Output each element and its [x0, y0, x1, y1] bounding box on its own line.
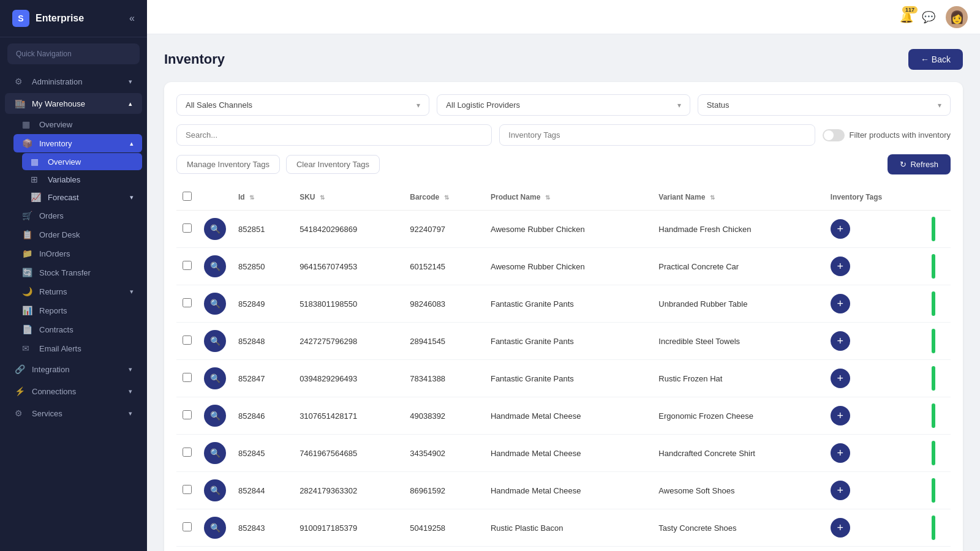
- sidebar-item-administration[interactable]: ⚙ Administration ▾: [5, 71, 142, 92]
- sidebar-item-my-warehouse[interactable]: 🏬 My Warehouse ▴: [5, 93, 142, 114]
- status-select[interactable]: Status ▾: [698, 94, 951, 116]
- sidebar-item-label: Email Alerts: [39, 344, 81, 353]
- cell-status-bar: [925, 285, 951, 323]
- add-tag-button[interactable]: +: [831, 518, 850, 538]
- add-tag-button[interactable]: +: [831, 294, 850, 313]
- sidebar-item-label: Services: [32, 409, 62, 418]
- add-tag-button[interactable]: +: [831, 443, 850, 463]
- sidebar-item-inventory-overview[interactable]: ▦ Overview: [22, 153, 142, 170]
- sidebar-item-services[interactable]: ⚙ Services ▾: [5, 403, 142, 424]
- sort-icon[interactable]: ⇅: [545, 194, 550, 201]
- filter-toggle-switch[interactable]: [823, 129, 845, 141]
- chevron-down-icon: ▾: [677, 101, 681, 110]
- sales-channel-select[interactable]: All Sales Channels ▾: [176, 94, 429, 116]
- row-search-button[interactable]: 🔍: [204, 367, 226, 389]
- inventory-icon: 📦: [22, 138, 33, 148]
- cell-barcode: 92240797: [404, 211, 484, 248]
- refresh-button[interactable]: ↻ Refresh: [888, 154, 951, 174]
- sales-channel-label: All Sales Channels: [186, 100, 252, 110]
- logistic-provider-label: All Logistic Providers: [446, 100, 520, 110]
- row-search-button[interactable]: 🔍: [204, 255, 226, 277]
- row-checkbox[interactable]: [183, 373, 192, 382]
- cell-status-bar: [925, 435, 951, 472]
- sidebar-item-inventory[interactable]: 📦 Inventory ▴: [13, 134, 142, 152]
- sort-icon[interactable]: ⇅: [710, 194, 715, 201]
- page-title: Inventory: [164, 51, 225, 67]
- sidebar-item-label: Overview: [48, 157, 81, 167]
- sidebar-item-orders[interactable]: 🛒 Orders: [13, 206, 142, 225]
- manage-inventory-tags-button[interactable]: Manage Inventory Tags: [176, 155, 280, 174]
- sidebar-item-label: My Warehouse: [32, 99, 85, 108]
- cell-inventory-tags: +: [824, 323, 925, 360]
- row-checkbox[interactable]: [183, 485, 192, 494]
- sidebar-item-overview[interactable]: ▦ Overview: [13, 115, 142, 133]
- status-bar: [932, 254, 935, 279]
- add-tag-button[interactable]: +: [831, 257, 850, 276]
- row-search-button[interactable]: 🔍: [204, 218, 226, 240]
- row-search-button[interactable]: 🔍: [204, 330, 226, 352]
- user-avatar[interactable]: 👩: [946, 6, 968, 28]
- status-bar: [932, 366, 935, 391]
- sort-icon[interactable]: ⇅: [249, 194, 254, 201]
- sidebar-item-integration[interactable]: 🔗 Integration ▾: [5, 359, 142, 380]
- sidebar-item-label: Forecast: [48, 193, 79, 202]
- sidebar-item-connections[interactable]: ⚡ Connections ▾: [5, 381, 142, 402]
- sort-icon[interactable]: ⇅: [320, 194, 325, 201]
- inventory-tags-input[interactable]: [499, 124, 815, 146]
- table-row: 🔍 852848 2427275796298 28941545 Fantasti…: [176, 323, 951, 360]
- clear-inventory-tags-button[interactable]: Clear Inventory Tags: [286, 155, 380, 174]
- add-tag-button[interactable]: +: [831, 331, 850, 351]
- logistic-provider-select[interactable]: All Logistic Providers ▾: [437, 94, 690, 116]
- row-checkbox[interactable]: [183, 522, 192, 531]
- add-tag-button[interactable]: +: [831, 369, 850, 388]
- inorders-icon: 📁: [22, 249, 33, 258]
- sidebar-item-stock-transfer[interactable]: 🔄 Stock Transfer: [13, 263, 142, 282]
- sort-icon[interactable]: ⇅: [444, 194, 449, 201]
- add-tag-button[interactable]: +: [831, 481, 850, 500]
- row-search-button[interactable]: 🔍: [204, 405, 226, 427]
- row-checkbox[interactable]: [183, 448, 192, 457]
- sidebar-item-reports[interactable]: 📊 Reports: [13, 301, 142, 320]
- table-row: 🔍 852851 5418420296869 92240797 Awesome …: [176, 211, 951, 248]
- status-label: Status: [707, 100, 729, 110]
- sidebar-item-returns[interactable]: 🌙 Returns ▾: [13, 282, 142, 301]
- grid-icon: ▦: [22, 119, 33, 129]
- row-search-button[interactable]: 🔍: [204, 517, 226, 539]
- row-checkbox[interactable]: [183, 410, 192, 419]
- cell-inventory-tags: +: [824, 360, 925, 397]
- row-checkbox[interactable]: [183, 298, 192, 307]
- select-all-checkbox[interactable]: [183, 192, 192, 201]
- sidebar-item-order-desk[interactable]: 📋 Order Desk: [13, 225, 142, 244]
- cell-variant-name: Handmade Fresh Chicken: [652, 211, 824, 248]
- row-search-button[interactable]: 🔍: [204, 442, 226, 464]
- sidebar-item-email-alerts[interactable]: ✉ Email Alerts: [13, 339, 142, 358]
- row-search-button[interactable]: 🔍: [204, 479, 226, 501]
- row-checkbox[interactable]: [183, 261, 192, 270]
- add-tag-button[interactable]: +: [831, 406, 850, 425]
- bell-icon[interactable]: 🔔 117: [895, 6, 918, 28]
- sidebar-item-inorders[interactable]: 📁 InOrders: [13, 244, 142, 263]
- sidebar: S Enterprise « Quick Navigation ⚙ Admini…: [0, 0, 147, 551]
- back-button[interactable]: ← Back: [908, 49, 963, 70]
- row-search-button[interactable]: 🔍: [204, 293, 226, 315]
- cell-variant-name: Practical Concrete Car: [652, 248, 824, 285]
- cell-product-name: Fantastic Granite Pants: [484, 285, 652, 323]
- row-checkbox[interactable]: [183, 223, 192, 233]
- add-tag-button[interactable]: +: [831, 219, 850, 239]
- cell-inventory-tags: +: [824, 435, 925, 472]
- search-input[interactable]: [176, 124, 492, 146]
- column-header-barcode: Barcode ⇅: [404, 184, 484, 211]
- cell-status-bar: [925, 397, 951, 435]
- quick-navigation-label: Quick Navigation: [7, 43, 140, 64]
- sidebar-item-variables[interactable]: ⊞ Variables: [22, 171, 142, 188]
- cell-status-bar: [925, 248, 951, 285]
- sidebar-collapse-button[interactable]: «: [129, 13, 135, 24]
- sidebar-item-contracts[interactable]: 📄 Contracts: [13, 320, 142, 339]
- cell-status-bar: [925, 509, 951, 547]
- cell-sku: 5183801198550: [293, 285, 404, 323]
- chat-icon[interactable]: 💬: [918, 6, 940, 28]
- search-row: Filter products with inventory: [176, 124, 951, 146]
- row-checkbox[interactable]: [183, 335, 192, 345]
- sidebar-item-forecast[interactable]: 📈 Forecast ▾: [22, 189, 142, 206]
- cell-id: 852849: [232, 285, 293, 323]
